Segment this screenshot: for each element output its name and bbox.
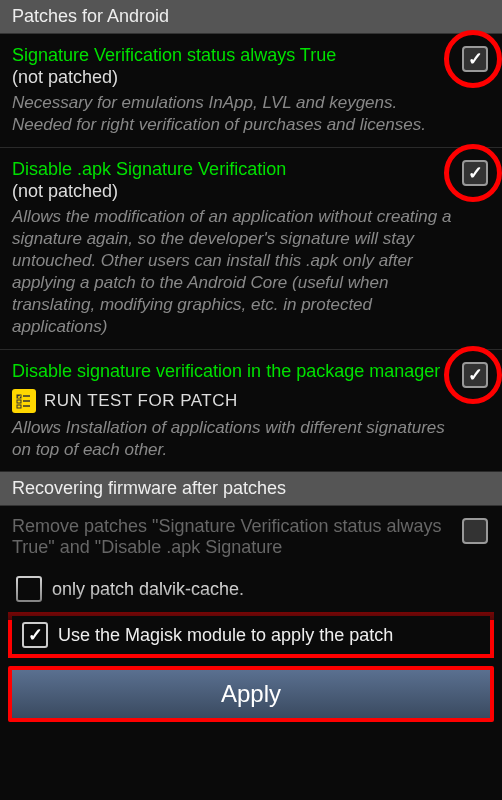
dalvik-checkbox[interactable]: [16, 576, 42, 602]
magisk-checkbox[interactable]: [22, 622, 48, 648]
patch-checkbox[interactable]: [462, 46, 488, 72]
svg-rect-5: [17, 405, 21, 408]
patches-section-header: Patches for Android: [0, 0, 502, 34]
patch-item[interactable]: Signature Verification status always Tru…: [0, 34, 502, 148]
recovery-checkbox[interactable]: [462, 518, 488, 544]
patch-title: Signature Verification status always Tru…: [12, 44, 452, 67]
patch-item[interactable]: Disable .apk Signature Verification (not…: [0, 148, 502, 350]
patch-item[interactable]: Disable signature verification in the pa…: [0, 350, 502, 473]
patch-status: (not patched): [12, 181, 452, 202]
magisk-highlight-box: Use the Magisk module to apply the patch: [8, 612, 494, 658]
recovery-remove-title: Remove patches "Signature Verification s…: [12, 516, 450, 558]
patch-description: Allows the modification of an applicatio…: [12, 206, 452, 339]
magisk-label: Use the Magisk module to apply the patch: [58, 625, 393, 646]
patch-checkbox[interactable]: [462, 362, 488, 388]
run-test-row[interactable]: RUN TEST FOR PATCH: [12, 389, 452, 413]
dalvik-option-row[interactable]: only patch dalvik-cache.: [0, 568, 502, 610]
patch-title: Disable .apk Signature Verification: [12, 158, 452, 181]
magisk-option-row[interactable]: Use the Magisk module to apply the patch: [12, 616, 490, 654]
run-test-label: RUN TEST FOR PATCH: [44, 391, 238, 411]
apply-button[interactable]: Apply: [8, 666, 494, 722]
patch-description: Allows Installation of applications with…: [12, 417, 452, 461]
recovery-remove-item[interactable]: Remove patches "Signature Verification s…: [0, 506, 502, 568]
patch-description: Necessary for emulations InApp, LVL and …: [12, 92, 452, 136]
recovery-section-header: Recovering firmware after patches: [0, 472, 502, 506]
svg-rect-4: [17, 400, 21, 403]
checklist-icon: [12, 389, 36, 413]
patch-title: Disable signature verification in the pa…: [12, 360, 452, 383]
dalvik-label: only patch dalvik-cache.: [52, 579, 244, 600]
patch-checkbox[interactable]: [462, 160, 488, 186]
patch-status: (not patched): [12, 67, 452, 88]
